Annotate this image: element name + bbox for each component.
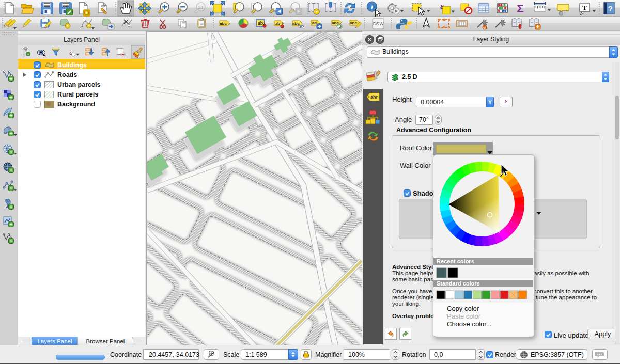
- svg-text:abc: abc: [350, 21, 357, 25]
- svg-text:Y: Y: [488, 99, 492, 105]
- svg-text:CSW: CSW: [373, 21, 384, 26]
- svg-text:T: T: [582, 4, 587, 11]
- svg-text:σ: σ: [484, 26, 486, 29]
- svg-text:Recent colors: Recent colors: [437, 258, 474, 264]
- svg-text:ab: ab: [258, 21, 263, 26]
- svg-text:ab: ab: [312, 21, 317, 25]
- svg-text:Standard colors: Standard colors: [437, 280, 480, 287]
- svg-text:Copy color: Copy color: [447, 305, 479, 312]
- svg-text:?: ?: [608, 5, 613, 13]
- svg-text:Σ: Σ: [517, 2, 523, 15]
- svg-text:ε: ε: [440, 1, 444, 11]
- svg-text:abc: abc: [220, 21, 227, 26]
- svg-text:zb: zb: [275, 21, 280, 26]
- svg-text:abc: abc: [292, 21, 300, 26]
- svg-text:Paste color: Paste color: [447, 312, 481, 320]
- svg-text:1:1: 1:1: [198, 6, 204, 9]
- svg-text:Choose color...: Choose color...: [447, 320, 492, 328]
- svg-text:ahr: ahr: [370, 94, 378, 100]
- svg-text:i: i: [371, 3, 373, 11]
